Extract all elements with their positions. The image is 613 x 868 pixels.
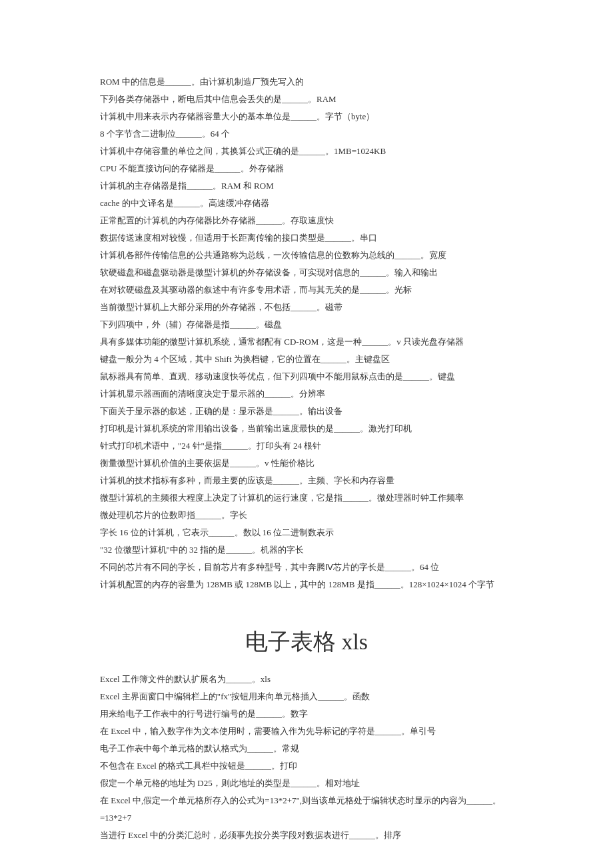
- qa-line: 计算机配置的内存的容量为 128MB 或 128MB 以上，其中的 128MB …: [100, 576, 513, 593]
- qa-line: 当前微型计算机上大部分采用的外存储器，不包括______。磁带: [100, 299, 513, 316]
- qa-line: 假定一个单元格的地址为 D25，则此地址的类型是______。相对地址: [100, 775, 513, 792]
- qa-line: 在 Excel 中,假定一个单元格所存入的公式为=13*2+7",则当该单元格处…: [100, 792, 513, 809]
- qa-line: cache 的中文译名是______。高速缓冲存储器: [100, 195, 513, 212]
- qa-line: 电子工作表中每个单元格的默认格式为______。常规: [100, 740, 513, 757]
- qa-line: 鼠标器具有简单、直观、移动速度快等优点，但下列四项中不能用鼠标点击的是_____…: [100, 368, 513, 385]
- qa-line: 字长 16 位的计算机，它表示______。数以 16 位二进制数表示: [100, 524, 513, 541]
- qa-line: 打印机是计算机系统的常用输出设备，当前输出速度最快的是______。激光打印机: [100, 420, 513, 437]
- qa-line: 正常配置的计算机的内存储器比外存储器______。存取速度快: [100, 212, 513, 229]
- qa-line: 计算机显示器画面的清晰度决定于显示器的______。分辨率: [100, 385, 513, 403]
- qa-line: 不包含在 Excel 的格式工具栏中按钮是______。打印: [100, 757, 513, 775]
- qa-section-2: Excel 工作簿文件的默认扩展名为______。xls Excel 主界面窗口…: [100, 671, 513, 844]
- qa-line: 计算机各部件传输信息的公共通路称为总线，一次传输信息的位数称为总线的______…: [100, 247, 513, 264]
- qa-line: 衡量微型计算机价值的主要依据是______。v 性能价格比: [100, 455, 513, 472]
- qa-section-1: ROM 中的信息是______。由计算机制造厂预先写入的 下列各类存储器中，断电…: [100, 73, 513, 593]
- qa-line: 下面关于显示器的叙述，正确的是：显示器是______。输出设备: [100, 403, 513, 420]
- qa-line: 微处理机芯片的位数即指______。字长: [100, 507, 513, 524]
- qa-line: 计算机中存储容量的单位之间，其换算公式正确的是______。1MB=1024KB: [100, 143, 513, 160]
- qa-line: =13*2+7: [100, 809, 513, 827]
- section-heading-spreadsheet: 电子表格 xls: [100, 627, 513, 657]
- qa-line: 不同的芯片有不同的字长，目前芯片有多种型号，其中奔腾Ⅳ芯片的字长是______。…: [100, 559, 513, 576]
- qa-line: 微型计算机的主频很大程度上决定了计算机的运行速度，它是指______。微处理器时…: [100, 489, 513, 507]
- qa-line: Excel 主界面窗口中编辑栏上的"fx"按钮用来向单元格插入______。函数: [100, 688, 513, 705]
- qa-line: 计算机的主存储器是指______。RAM 和 ROM: [100, 177, 513, 195]
- qa-line: 软硬磁盘和磁盘驱动器是微型计算机的外存储设备，可实现对信息的______。输入和…: [100, 264, 513, 281]
- qa-line: 8 个字节含二进制位______。64 个: [100, 125, 513, 143]
- qa-line: 下列四项中，外（辅）存储器是指______。磁盘: [100, 316, 513, 333]
- qa-line: 针式打印机术语中，"24 针"是指______。打印头有 24 根针: [100, 437, 513, 455]
- qa-line: ROM 中的信息是______。由计算机制造厂预先写入的: [100, 73, 513, 91]
- qa-line: 在对软硬磁盘及其驱动器的叙述中有许多专用术语，而与其无关的是______。光标: [100, 281, 513, 299]
- qa-line: "32 位微型计算机"中的 32 指的是______。机器的字长: [100, 541, 513, 559]
- qa-line: 键盘一般分为 4 个区域，其中 Shift 为换档键，它的位置在______。主…: [100, 351, 513, 368]
- qa-line: 在 Excel 中，输入数字作为文本使用时，需要输入作为先导标记的字符是____…: [100, 723, 513, 740]
- qa-line: 具有多媒体功能的微型计算机系统，通常都配有 CD-ROM，这是一种______。…: [100, 333, 513, 351]
- qa-line: 计算机的技术指标有多种，而最主要的应该是______。主频、字长和内存容量: [100, 472, 513, 489]
- qa-line: 数据传送速度相对较慢，但适用于长距离传输的接口类型是______。串口: [100, 229, 513, 247]
- qa-line: 当进行 Excel 中的分类汇总时，必须事先按分类字段对数据表进行______。…: [100, 827, 513, 844]
- qa-line: 用来给电子工作表中的行号进行编号的是______。数字: [100, 705, 513, 723]
- qa-line: 计算机中用来表示内存储器容量大小的基本单位是______。字节（byte）: [100, 108, 513, 125]
- qa-line: Excel 工作簿文件的默认扩展名为______。xls: [100, 671, 513, 688]
- qa-line: 下列各类存储器中，断电后其中信息会丢失的是______。RAM: [100, 91, 513, 108]
- qa-line: CPU 不能直接访问的存储器是______。外存储器: [100, 160, 513, 177]
